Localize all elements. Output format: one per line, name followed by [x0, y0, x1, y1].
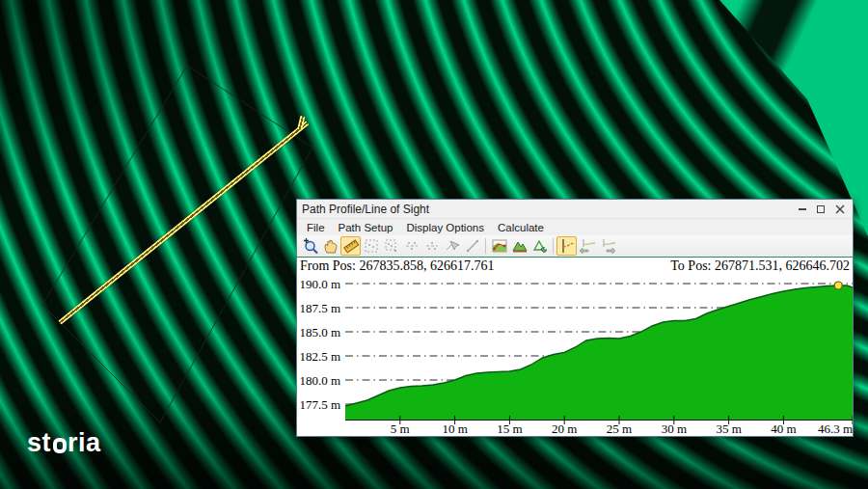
x-axis-label: 20 m: [552, 421, 577, 436]
menu-calculate[interactable]: Calculate: [492, 222, 550, 233]
x-axis-label: 25 m: [607, 421, 632, 436]
spacing-sample-1-icon: [401, 236, 421, 256]
from-pos-label: From Pos: 267835.858, 626617.761: [300, 258, 494, 274]
x-axis-label: 40 m: [771, 421, 796, 436]
menu-bar: File Path Setup Display Options Calculat…: [297, 219, 853, 235]
measure-path-icon[interactable]: [340, 236, 361, 256]
elevation-area: [345, 285, 853, 420]
logo-text-right: ria: [68, 428, 101, 458]
titlebar[interactable]: Path Profile/Line of Sight: [297, 200, 853, 219]
draw-line-icon: [462, 236, 482, 256]
path-profile-icon[interactable]: [489, 236, 509, 256]
y-axis-label: 187.5 m: [299, 301, 340, 315]
previous-profile-icon: [577, 236, 597, 256]
menu-file[interactable]: File: [301, 222, 331, 233]
path-profile-window: Path Profile/Line of Sight File Path Set…: [296, 199, 854, 437]
window-title: Path Profile/Line of Sight: [302, 203, 429, 216]
elevation-chart[interactable]: 190.0 m187.5 m185.0 m182.5 m180.0 m177.5…: [297, 275, 853, 436]
toolbar: [297, 235, 853, 257]
x-axis-label: 35 m: [716, 421, 741, 436]
y-axis-label: 190.0 m: [299, 277, 340, 291]
y-axis-label: 177.5 m: [299, 397, 340, 412]
select-vertices-icon: [442, 236, 462, 256]
x-axis-label: 30 m: [662, 421, 687, 436]
maximize-icon[interactable]: [817, 205, 825, 213]
x-axis-label: 5 m: [391, 421, 410, 436]
select-box-icon: [361, 236, 381, 256]
y-axis-label: 180.0 m: [299, 373, 340, 388]
logo-square-o-icon: [53, 438, 67, 453]
to-pos-label: To Pos: 267871.531, 626646.702: [670, 258, 850, 274]
zoom-in-icon[interactable]: [300, 236, 320, 256]
minimize-icon[interactable]: [799, 208, 806, 210]
profile-panel: From Pos: 267835.858, 626617.761 To Pos:…: [297, 257, 853, 436]
show-profile-icon[interactable]: [556, 236, 577, 256]
profile-marker[interactable]: [834, 282, 842, 289]
y-axis-label: 185.0 m: [299, 325, 340, 340]
logo-text-left: st: [27, 428, 51, 458]
select-points-icon: [381, 236, 401, 256]
x-axis-label: 15 m: [497, 421, 522, 436]
x-axis-label: 46.3 m: [818, 421, 853, 436]
terrain-settings-icon[interactable]: [529, 236, 550, 256]
close-icon[interactable]: [835, 204, 845, 214]
toolbar-separator: [485, 238, 486, 254]
x-axis-label: 10 m: [442, 421, 467, 436]
y-axis-label: 182.5 m: [299, 349, 340, 364]
position-readout: From Pos: 267835.858, 626617.761 To Pos:…: [297, 258, 853, 275]
next-profile-icon: [597, 236, 617, 256]
toolbar-separator: [553, 238, 554, 254]
terrain-view-icon[interactable]: [509, 236, 529, 256]
pan-hand-icon[interactable]: [320, 236, 340, 256]
storia-logo: stria: [27, 428, 101, 458]
menu-display-options[interactable]: Display Options: [400, 222, 490, 233]
menu-path-setup[interactable]: Path Setup: [333, 222, 399, 233]
spacing-sample-2-icon: [421, 236, 442, 256]
